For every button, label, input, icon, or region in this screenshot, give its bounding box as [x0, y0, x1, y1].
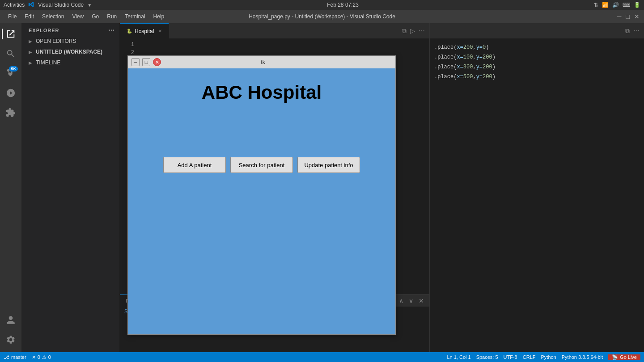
settings-icon[interactable]	[2, 331, 20, 349]
menu-edit[interactable]: Edit	[21, 12, 38, 21]
run-icon[interactable]	[2, 84, 20, 102]
ln-col-label: Ln 1, Col 1	[447, 354, 470, 360]
tk-maximize-button[interactable]: □	[142, 58, 150, 66]
search-icon[interactable]	[2, 45, 20, 63]
keyboard-icon[interactable]: ⌨	[623, 2, 630, 8]
workspace-arrow: ▶	[29, 50, 34, 55]
sidebar: Explorer ⋯ ▶ OPEN EDITORS ▶ UNTITLED (WO…	[21, 23, 120, 352]
golive-item[interactable]: 📡 Go Live	[608, 354, 640, 360]
account-icon[interactable]	[2, 311, 20, 329]
python-version-item[interactable]: Python 3.8.5 64-bit	[562, 354, 603, 360]
ln-col-item[interactable]: Ln 1, Col 1	[447, 354, 470, 360]
search-patient-button[interactable]: Search for patient	[230, 157, 293, 173]
right-panel-content: .place(x=200,y=0) .place(x=100,y=200) .p…	[430, 39, 644, 352]
timeline-arrow: ▶	[29, 60, 34, 65]
editor-header-icons: ⧉ ▷ ⋯	[402, 23, 429, 38]
warning-count: 0	[48, 354, 51, 360]
wifi-icon[interactable]: 📶	[602, 2, 609, 8]
code-line-1	[142, 41, 425, 49]
menu-bar: File Edit Selection View Go Run Terminal…	[4, 12, 168, 21]
menu-go[interactable]: Go	[88, 12, 102, 21]
open-editors-label: OPEN EDITORS	[36, 38, 76, 44]
sidebar-item-timeline[interactable]: ▶ TIMELINE	[21, 58, 119, 67]
close-panel-icon[interactable]: ✕	[417, 296, 426, 305]
sidebar-title: Explorer	[29, 28, 59, 33]
language-label: Python	[541, 354, 556, 360]
error-icon: ✕	[32, 354, 36, 360]
status-left: ⎇ master ✕ 0 ⚠ 0	[4, 354, 51, 360]
minimize-button[interactable]: ─	[617, 13, 622, 20]
right-code-3: .place(x=300,y=200)	[434, 63, 640, 71]
activity-bar: 5K	[0, 23, 21, 352]
volume-icon[interactable]: 🔊	[612, 2, 619, 8]
tk-controls: ─ □ ✕	[131, 58, 161, 66]
right-panel-icon2[interactable]: ⋯	[633, 27, 640, 34]
line-ending-item[interactable]: CRLF	[523, 354, 536, 360]
tk-close-button[interactable]: ✕	[153, 58, 161, 66]
window-controls: ─ □ ✕	[617, 13, 640, 20]
run-file-icon[interactable]: ▷	[410, 27, 415, 34]
editor-tab-hospital[interactable]: 🐍 Hospital ✕	[120, 23, 169, 38]
line-ending-label: CRLF	[523, 354, 536, 360]
activities-label[interactable]: Activities	[4, 2, 25, 8]
golive-icon: 📡	[612, 354, 618, 360]
menu-terminal[interactable]: Terminal	[121, 12, 148, 21]
open-editors-section: ▶ OPEN EDITORS	[21, 36, 119, 46]
source-control-icon[interactable]: 5K	[2, 64, 20, 82]
right-panel-icon1[interactable]: ⧉	[625, 27, 630, 35]
close-button[interactable]: ✕	[634, 13, 640, 20]
add-patient-button[interactable]: Add A patient	[163, 157, 226, 173]
python-version-label: Python 3.8.5 64-bit	[562, 354, 603, 360]
vscode-label: Visual Studio Code	[38, 2, 84, 8]
window-title: Hospital_page.py - Untitled (Workspace) …	[249, 13, 395, 20]
tk-minimize-button[interactable]: ─	[131, 58, 140, 66]
vscode-icon	[28, 1, 34, 9]
hospital-title: ABC Hospital	[202, 82, 322, 103]
golive-label: Go Live	[620, 354, 637, 360]
right-code-1: .place(x=200,y=0)	[434, 43, 640, 51]
encoding-label: UTF-8	[504, 354, 517, 360]
date-time: Feb 28 07:23	[327, 2, 359, 8]
tab-bar: 🐍 Hospital ✕ ⧉ ▷ ⋯	[120, 23, 429, 39]
tab-label: Hospital	[135, 28, 154, 34]
menu-view[interactable]: View	[68, 12, 87, 21]
network-icon[interactable]: ⇅	[594, 2, 598, 8]
warning-icon: ⚠	[42, 354, 47, 360]
sidebar-header-icons: ⋯	[108, 27, 115, 34]
open-editors-arrow: ▶	[29, 39, 34, 44]
explorer-icon[interactable]	[2, 25, 20, 43]
maximize-button[interactable]: □	[626, 13, 630, 20]
split-editor-icon[interactable]: ⧉	[402, 27, 407, 35]
status-right: Ln 1, Col 1 Spaces: 5 UTF-8 CRLF Python …	[447, 354, 640, 360]
tk-titlebar: ─ □ ✕ tk	[128, 56, 395, 68]
main-layout: 5K Explorer ⋯	[0, 23, 644, 352]
right-panel: ⧉ ⋯ .place(x=200,y=0) .place(x=100,y=200…	[429, 23, 644, 352]
vscode-dropdown-icon[interactable]: ▼	[87, 3, 92, 8]
tk-title: tk	[161, 59, 365, 65]
menu-selection[interactable]: Selection	[38, 12, 68, 21]
sidebar-menu-icon[interactable]: ⋯	[108, 27, 115, 34]
sidebar-item-workspace[interactable]: ▶ UNTITLED (WORKSPACE)	[21, 47, 119, 56]
right-code-2: .place(x=100,y=200)	[434, 53, 640, 61]
update-patient-button[interactable]: Update patient info	[297, 157, 360, 173]
language-item[interactable]: Python	[541, 354, 556, 360]
scroll-down-icon[interactable]: ∨	[407, 296, 415, 305]
errors-item[interactable]: ✕ 0 ⚠ 0	[32, 354, 51, 360]
os-bar-right: ⇅ 📶 🔊 ⌨ 🔋	[594, 2, 640, 8]
menu-help[interactable]: Help	[150, 12, 168, 21]
scroll-up-icon[interactable]: ∧	[397, 296, 405, 305]
right-panel-header: ⧉ ⋯	[430, 23, 644, 39]
more-actions-icon[interactable]: ⋯	[419, 27, 425, 34]
extensions-icon[interactable]	[2, 104, 20, 122]
sidebar-item-open-editors[interactable]: ▶ OPEN EDITORS	[21, 37, 119, 46]
encoding-item[interactable]: UTF-8	[504, 354, 517, 360]
git-branch-item[interactable]: ⎇ master	[4, 354, 26, 360]
tab-close-icon[interactable]: ✕	[158, 29, 162, 34]
menu-file[interactable]: File	[4, 12, 20, 21]
battery-icon[interactable]: 🔋	[634, 2, 640, 8]
menu-run[interactable]: Run	[103, 12, 120, 21]
tk-body: ABC Hospital Add A patient Search for pa…	[128, 68, 395, 334]
tk-buttons: Add A patient Search for patient Update …	[163, 157, 360, 173]
sidebar-header: Explorer ⋯	[21, 23, 119, 36]
spaces-item[interactable]: Spaces: 5	[476, 354, 498, 360]
